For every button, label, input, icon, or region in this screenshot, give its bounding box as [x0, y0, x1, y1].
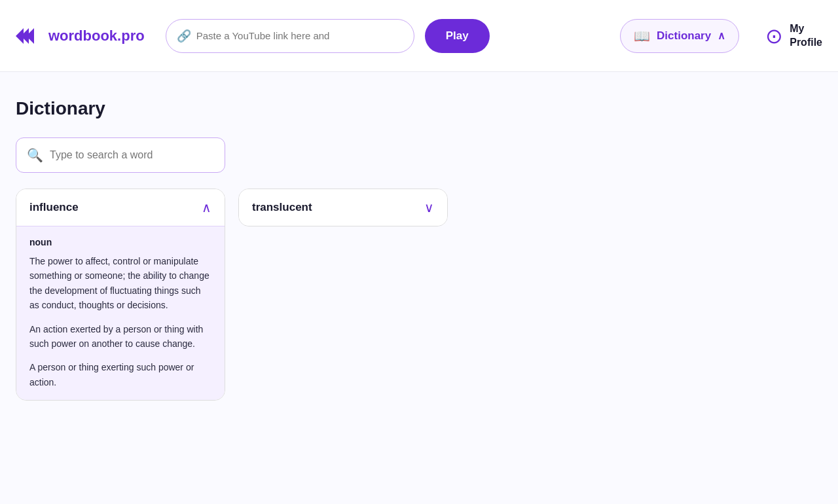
chevron-up-nav-icon: ∧	[718, 29, 725, 42]
word-cards-row: influence ∧ noun The power to affect, co…	[16, 189, 822, 401]
word-card-influence: influence ∧ noun The power to affect, co…	[16, 189, 225, 401]
dictionary-nav-label: Dictionary	[657, 29, 711, 43]
chevron-down-icon-translucent: ∨	[424, 200, 434, 215]
logo-area: wordbook.pro	[16, 26, 145, 46]
word-def-influence-1: The power to affect, control or manipula…	[29, 254, 211, 313]
page-title: Dictionary	[16, 98, 822, 119]
word-name-influence: influence	[29, 201, 79, 214]
dictionary-nav-button[interactable]: 📖 Dictionary ∧	[620, 19, 739, 53]
word-name-translucent: translucent	[252, 201, 312, 214]
search-bar[interactable]: 🔍	[16, 137, 225, 173]
word-card-header-influence[interactable]: influence ∧	[16, 189, 225, 226]
profile-icon: ⊙	[765, 24, 783, 48]
search-input[interactable]	[50, 149, 214, 161]
main-content: Dictionary 🔍 influence ∧ noun The power …	[0, 72, 838, 504]
word-pos-influence: noun	[29, 237, 211, 247]
play-button[interactable]: Play	[425, 19, 490, 53]
url-input-wrapper[interactable]: 🔗	[166, 19, 414, 53]
word-card-body-influence: noun The power to affect, control or man…	[16, 226, 225, 400]
main-header: wordbook.pro 🔗 Play 📖 Dictionary ∧ ⊙ MyP…	[0, 0, 838, 72]
logo-text: wordbook.pro	[48, 27, 145, 45]
book-icon: 📖	[634, 28, 650, 44]
url-input[interactable]	[196, 30, 403, 41]
link-icon: 🔗	[177, 29, 191, 43]
search-icon: 🔍	[27, 147, 43, 163]
profile-label: MyProfile	[790, 22, 822, 50]
svg-marker-0	[16, 28, 34, 44]
profile-area[interactable]: ⊙ MyProfile	[765, 22, 822, 50]
word-def-influence-2: An action exerted by a person or thing w…	[29, 322, 211, 351]
word-def-influence-3: A person or thing exerting such power or…	[29, 360, 211, 389]
chevron-up-icon-influence: ∧	[202, 200, 211, 215]
logo-icon	[16, 26, 42, 46]
word-card-translucent: translucent ∨	[238, 189, 448, 226]
word-card-header-translucent[interactable]: translucent ∨	[239, 189, 447, 226]
